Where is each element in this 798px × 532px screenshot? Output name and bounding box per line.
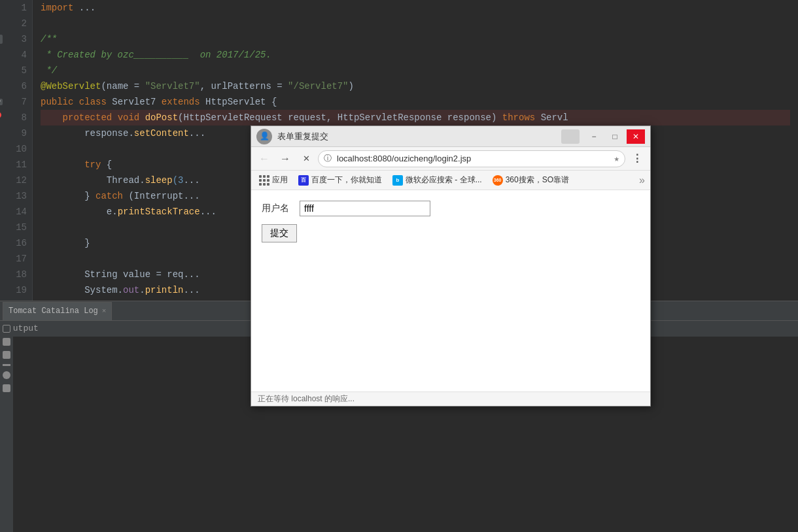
address-bar[interactable]: ⓘ localhost:8080/ouzicheng/login2.jsp ★	[318, 150, 625, 167]
status-text: 正在等待 localhost 的响应...	[258, 393, 355, 405]
more-options-btn[interactable]: ⋮	[628, 150, 646, 168]
browser-titlebar: 👤 表单重复提交 − □ ✕	[251, 126, 650, 147]
info-icon: ⓘ	[324, 153, 332, 164]
submit-btn[interactable]: 提交	[262, 224, 297, 242]
browser-title: 表单重复提交	[277, 131, 561, 142]
bing-label: 微软必应搜索 - 全球...	[406, 175, 482, 186]
reload-btn[interactable]: ✕	[297, 150, 315, 168]
baidu-label: 百度一下，你就知道	[311, 175, 382, 186]
minimize-btn[interactable]: −	[585, 129, 603, 144]
360-label: 360搜索，SO靠谱	[506, 175, 569, 186]
new-tab-btn[interactable]	[561, 129, 580, 144]
submit-row: 提交	[262, 224, 640, 242]
bing-icon: b	[392, 175, 403, 186]
360-bookmark[interactable]: 360 360搜索，SO靠谱	[490, 173, 572, 187]
tab-label: Tomcat Catalina Log	[9, 307, 98, 316]
sidebar-icon-4[interactable]	[3, 364, 10, 366]
sidebar-icon-6[interactable]	[3, 384, 10, 392]
profile-icon[interactable]: 👤	[256, 129, 272, 144]
apps-label: 应用	[272, 175, 288, 186]
browser-window: 👤 表单重复提交 − □ ✕ ← → ✕ ⓘ l	[251, 125, 651, 407]
baidu-bookmark[interactable]: 百 百度一下，你就知道	[296, 173, 385, 187]
close-icon: ✕	[633, 132, 639, 141]
browser-content: 用户名 提交	[251, 190, 650, 391]
username-label: 用户名	[262, 203, 294, 214]
apps-bookmark[interactable]: 应用	[256, 173, 290, 187]
form-row: 用户名	[262, 201, 640, 216]
browser-win-controls: − □ ✕	[585, 129, 645, 144]
more-bookmarks-btn[interactable]: »	[639, 175, 645, 186]
bing-bookmark[interactable]: b 微软必应搜索 - 全球...	[390, 173, 485, 187]
tomcat-log-tab[interactable]: Tomcat Catalina Log ×	[3, 302, 112, 320]
bookmark-star-icon[interactable]: ★	[614, 153, 619, 164]
baidu-icon: 百	[298, 175, 309, 186]
username-input[interactable]	[300, 201, 430, 216]
apps-icon	[259, 175, 269, 186]
sidebar-icon-5[interactable]	[3, 371, 10, 379]
left-sidebar-icons	[0, 321, 13, 532]
sidebar-icon-1[interactable]	[3, 325, 10, 333]
line-numbers: 1 2 ▶ 3 4 5 6 ▼ 7 8 9 10 11 12 13 14 15	[0, 0, 33, 301]
tab-close-btn[interactable]: ×	[102, 307, 107, 315]
forward-btn[interactable]: →	[276, 150, 294, 168]
bookmarks-bar: 应用 百 百度一下，你就知道 b 微软必应搜索 - 全球... 360 360搜…	[251, 171, 650, 190]
360-icon: 360	[493, 175, 503, 186]
close-btn[interactable]: ✕	[627, 129, 645, 144]
back-btn[interactable]: ←	[255, 150, 273, 168]
browser-statusbar: 正在等待 localhost 的响应...	[251, 391, 650, 406]
maximize-btn[interactable]: □	[606, 129, 624, 144]
sidebar-icon-3[interactable]	[3, 351, 10, 359]
ide-background: 1 2 ▶ 3 4 5 6 ▼ 7 8 9 10 11 12 13 14 15	[0, 0, 798, 532]
sidebar-icon-2[interactable]	[3, 338, 10, 346]
url-text: localhost:8080/ouzicheng/login2.jsp	[337, 154, 471, 163]
minimize-icon: −	[591, 132, 596, 141]
browser-toolbar: ← → ✕ ⓘ localhost:8080/ouzicheng/login2.…	[251, 147, 650, 171]
maximize-icon: □	[612, 132, 617, 141]
